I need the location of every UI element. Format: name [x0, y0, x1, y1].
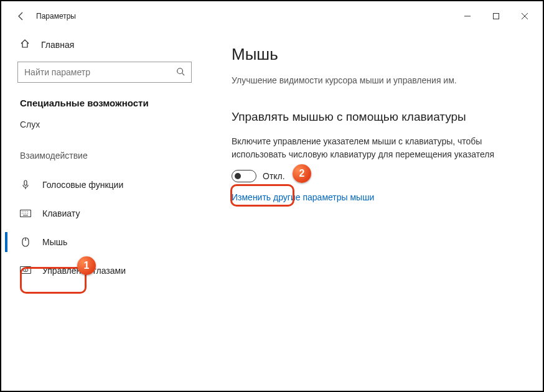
page-title: Мышь: [232, 45, 514, 64]
titlebar: Параметры: [5, 5, 539, 27]
home-icon: [20, 39, 30, 50]
close-icon: [522, 13, 528, 19]
window-controls: [453, 6, 539, 26]
toggle-label: Откл.: [263, 171, 285, 181]
sidebar-item-eye-control[interactable]: Управление глазами: [5, 256, 204, 285]
sidebar-item-keyboard[interactable]: Клавиату: [5, 199, 204, 228]
page-subtitle: Улучшение видимости курсора мыши и управ…: [232, 75, 514, 85]
sidebar-section-interaction: Взаимодействие: [5, 138, 204, 170]
window-title: Параметры: [36, 12, 76, 21]
sidebar-item-label: Главная: [41, 40, 74, 50]
minimize-icon: [464, 13, 471, 19]
svg-point-7: [25, 269, 26, 271]
other-mouse-settings-link[interactable]: Изменить другие параметры мыши: [232, 192, 514, 202]
svg-rect-0: [494, 14, 499, 19]
mouse-icon: [20, 237, 31, 247]
svg-point-1: [177, 68, 183, 73]
arrow-left-icon: [16, 11, 26, 21]
maximize-icon: [493, 13, 499, 19]
sidebar-item-hearing[interactable]: Слух: [5, 119, 204, 138]
sidebar-item-speech[interactable]: Голосовые функции: [5, 170, 204, 199]
sidebar-item-label: Управление глазами: [42, 266, 126, 276]
close-button[interactable]: [510, 6, 539, 26]
sidebar: Главная Специальные возможности Слух Вза…: [5, 27, 204, 387]
mouse-keys-toggle[interactable]: [232, 170, 256, 182]
content-area: Мышь Улучшение видимости курсора мыши и …: [204, 27, 539, 387]
sidebar-item-home[interactable]: Главная: [5, 32, 204, 57]
sidebar-item-label: Клавиату: [42, 208, 80, 218]
minimize-button[interactable]: [453, 6, 482, 26]
keyboard-icon: [20, 210, 31, 217]
sidebar-item-label: Мышь: [42, 237, 67, 247]
svg-rect-2: [24, 180, 27, 185]
maximize-button[interactable]: [482, 6, 510, 26]
sidebar-item-mouse[interactable]: Мышь: [5, 228, 204, 256]
microphone-icon: [20, 180, 31, 190]
toggle-knob: [235, 173, 241, 179]
search-icon: [176, 67, 185, 78]
sidebar-item-label: Голосовые функции: [42, 180, 123, 190]
sidebar-group-title: Специальные возможности: [5, 98, 204, 119]
back-button[interactable]: [12, 7, 30, 25]
search-input[interactable]: [17, 62, 192, 83]
section-description: Включите управление указателем мыши с кл…: [232, 135, 514, 161]
section-heading: Управлять мышью с помощью клавиатуры: [232, 110, 514, 124]
eye-control-icon: [20, 266, 31, 275]
search-field[interactable]: [24, 67, 176, 77]
